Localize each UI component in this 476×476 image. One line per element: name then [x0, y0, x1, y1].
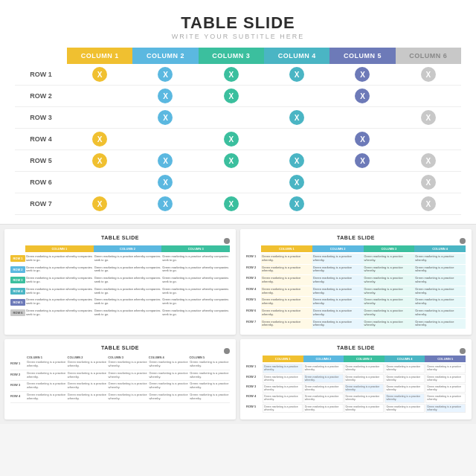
thumb-row-cell: Green marketing is a practice whereby.	[312, 265, 364, 275]
table-row: ROW 2 X X X	[15, 86, 461, 107]
cell: Green marketing is a practice whereby.	[263, 374, 303, 383]
thumbnails-grid: TABLE SLIDE COLUMN 1 COLUMN 2 COLUMN 3 R…	[0, 225, 476, 424]
row-cell	[199, 115, 264, 120]
cell: Green marketing is a practice whereby.	[27, 372, 67, 379]
cell: Green marketing is a practice whereby.	[385, 393, 425, 402]
cell: Green marketing is a practice whereby.	[385, 404, 425, 413]
thumb-title-1: TABLE SLIDE	[101, 235, 139, 240]
thumb-row-label: ROW 6	[10, 309, 25, 316]
check-icon: X	[224, 132, 239, 147]
row-cell: X	[132, 86, 198, 106]
thumb-row-cell: Green marketing is a practice whereby co…	[161, 265, 230, 275]
row-cell: X	[329, 86, 395, 106]
row-label-4: ROW 4	[15, 132, 67, 147]
check-icon: X	[158, 89, 173, 103]
row-cell	[396, 93, 461, 99]
cell: Green marketing is a practice whereby.	[263, 384, 303, 393]
row-cell: X	[329, 64, 395, 85]
cell: Green marketing is a practice whereby.	[425, 404, 466, 413]
check-icon: X	[92, 153, 107, 168]
thumb-row-cell: Green marketing is a practice whereby co…	[25, 297, 94, 307]
thumb-row-cell: Green marketing is a practice whereby.	[414, 297, 466, 307]
cell: Green marketing is a practice whereby.	[27, 361, 67, 368]
thumbnail-4[interactable]: TABLE SLIDE COLUMN 1 COLUMN 2 COLUMN 3 C…	[240, 339, 472, 419]
thumb-dot-1	[224, 238, 230, 244]
thumb-row-label: ROW 5	[10, 299, 25, 306]
row-cell: X	[264, 193, 329, 214]
row-cell	[396, 136, 461, 142]
check-icon: X	[158, 196, 173, 211]
row-cell: X	[132, 150, 198, 171]
thumb-row-cell: Green marketing is a practice whereby.	[364, 286, 415, 297]
thumb-row-label: ROW 4	[10, 288, 25, 295]
thumb-col-5: COLUMN 5	[425, 356, 466, 362]
thumb-row-cell: Green marketing is a practice whereby.	[364, 308, 415, 318]
check-icon: X	[224, 67, 239, 82]
thumb-row-cell: Green marketing is a practice whereby.	[414, 254, 466, 264]
check-icon: X	[421, 110, 436, 125]
cell: Green marketing is a practice whereby.	[344, 393, 385, 402]
cell: Green marketing is a practice whereby.	[190, 361, 230, 368]
cell: Green marketing is a practice whereby.	[68, 393, 108, 401]
row-cell: X	[67, 193, 132, 214]
row-label: ROW 2	[246, 374, 263, 379]
thumb-col-2: COLUMN 2	[303, 356, 344, 362]
check-icon: X	[92, 132, 107, 147]
check-icon: X	[421, 153, 436, 168]
thumb-row-cell: Green marketing is a practice whereby.	[414, 265, 466, 275]
row-cell	[67, 115, 132, 120]
row-cell	[132, 136, 198, 142]
thumb-row-cell: Green marketing is a practice whereby co…	[161, 275, 230, 286]
check-icon: X	[289, 67, 304, 82]
thumb-row-cell: Green marketing is a practice whereby co…	[94, 254, 162, 264]
check-icon: X	[355, 89, 370, 103]
row-cell: X	[264, 172, 329, 193]
thumb-row-cell: Green marketing is a practice whereby co…	[25, 286, 94, 297]
cell: Green marketing is a practice whereby.	[263, 364, 303, 373]
thumb-row-label: ROW 2	[246, 265, 261, 269]
thumb-col-3: COLUMN 3	[108, 356, 149, 359]
col-header-6: COLUMN 6	[396, 48, 461, 64]
row-cell	[329, 115, 395, 120]
check-icon: X	[421, 67, 436, 82]
thumb-row-cell: Green marketing is a practice whereby co…	[161, 254, 230, 264]
cell: Green marketing is a practice whereby.	[27, 382, 67, 390]
thumb-row-cell: Green marketing is a practice whereby co…	[94, 297, 162, 307]
cell: Green marketing is a practice whereby.	[68, 382, 108, 390]
cell: Green marketing is a practice whereby.	[344, 364, 385, 373]
check-icon: X	[421, 196, 436, 211]
check-icon: X	[289, 153, 304, 168]
row-cell	[264, 93, 329, 99]
thumb-col-2: COLUMN 2	[68, 356, 109, 359]
row-label: ROW 4	[246, 393, 263, 398]
cell: Green marketing is a practice whereby.	[109, 382, 149, 390]
check-icon: X	[355, 67, 370, 82]
row-cell	[199, 179, 264, 185]
check-icon: X	[224, 196, 239, 211]
check-icon: X	[355, 153, 370, 168]
cell: Green marketing is a practice whereby.	[149, 361, 189, 368]
thumbnail-2[interactable]: TABLE SLIDE COLUMN 1 COLUMN 2 COLUMN 3 C…	[240, 229, 472, 335]
check-icon: X	[158, 110, 173, 125]
thumb-row-label: ROW 3	[246, 275, 261, 280]
thumb-row-cell: Green marketing is a practice whereby co…	[94, 265, 162, 275]
thumb-col-5: COLUMN 5	[189, 356, 230, 359]
cell: Green marketing is a practice whereby.	[190, 382, 230, 390]
thumbnail-1[interactable]: TABLE SLIDE COLUMN 1 COLUMN 2 COLUMN 3 R…	[4, 229, 236, 335]
thumb-row-cell: Green marketing is a practice whereby co…	[25, 254, 94, 264]
thumb-row-cell: Green marketing is a practice whereby.	[312, 286, 364, 297]
table-row: ROW 1 X X X X X X	[15, 64, 461, 86]
thumb-row-cell: Green marketing is a practice whereby.	[261, 297, 312, 307]
row-cell: X	[329, 150, 395, 171]
check-icon: X	[158, 175, 173, 190]
row-cell	[264, 136, 329, 142]
thumb-row-cell: Green marketing is a practice whereby co…	[161, 308, 230, 318]
col-header-1: COLUMN 1	[67, 48, 132, 64]
row-cell: X	[67, 150, 132, 171]
thumbnail-3[interactable]: TABLE SLIDE COLUMN 1 COLUMN 2 COLUMN 3 C…	[4, 339, 236, 419]
cell: Green marketing is a practice whereby.	[190, 372, 230, 379]
thumb-row-cell: Green marketing is a practice whereby.	[414, 319, 466, 329]
col-header-5: COLUMN 5	[329, 48, 395, 64]
row-cell: X	[264, 107, 329, 128]
row-cell: X	[132, 193, 198, 214]
